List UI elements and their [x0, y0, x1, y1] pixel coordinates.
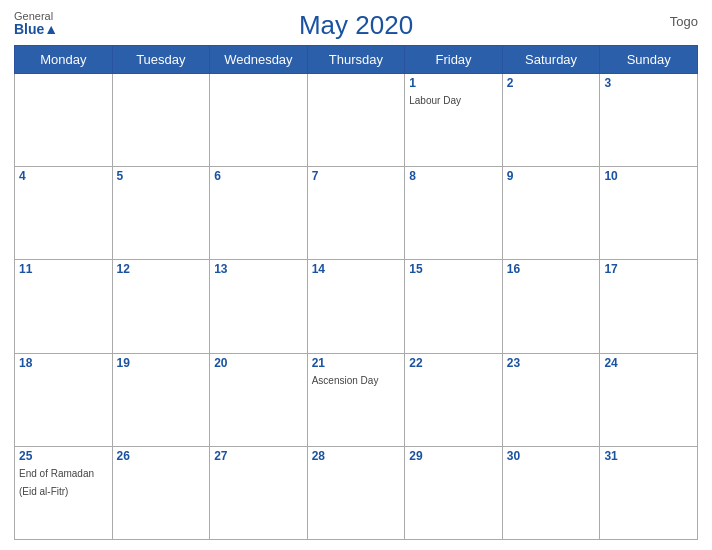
calendar-cell: 13: [210, 260, 308, 353]
calendar-cell: 21Ascension Day: [307, 353, 405, 446]
calendar-cell: 29: [405, 446, 503, 539]
calendar-cell: 19: [112, 353, 210, 446]
calendar-cell: 8: [405, 167, 503, 260]
calendar-cell: 24: [600, 353, 698, 446]
calendar-cell: [15, 74, 113, 167]
calendar-cell: 31: [600, 446, 698, 539]
day-number: 26: [117, 449, 206, 463]
calendar-cell: 30: [502, 446, 600, 539]
day-number: 20: [214, 356, 303, 370]
calendar-cell: [210, 74, 308, 167]
day-number: 19: [117, 356, 206, 370]
calendar-wrapper: General Blue▲ May 2020 Togo MondayTuesda…: [0, 0, 712, 550]
calendar-cell: 14: [307, 260, 405, 353]
calendar-cell: 10: [600, 167, 698, 260]
day-number: 17: [604, 262, 693, 276]
calendar-cell: 15: [405, 260, 503, 353]
day-number: 30: [507, 449, 596, 463]
day-number: 12: [117, 262, 206, 276]
day-event: Labour Day: [409, 95, 461, 106]
calendar-cell: [307, 74, 405, 167]
day-header-saturday: Saturday: [502, 46, 600, 74]
week-row-5: 25End of Ramadan (Eid al-Fitr)2627282930…: [15, 446, 698, 539]
calendar-cell: 20: [210, 353, 308, 446]
calendar-cell: 23: [502, 353, 600, 446]
day-number: 6: [214, 169, 303, 183]
day-event: End of Ramadan (Eid al-Fitr): [19, 468, 94, 497]
day-event: Ascension Day: [312, 375, 379, 386]
day-header-tuesday: Tuesday: [112, 46, 210, 74]
day-number: 10: [604, 169, 693, 183]
day-header-wednesday: Wednesday: [210, 46, 308, 74]
calendar-cell: 5: [112, 167, 210, 260]
day-number: 4: [19, 169, 108, 183]
calendar-cell: 18: [15, 353, 113, 446]
calendar-cell: 4: [15, 167, 113, 260]
day-number: 31: [604, 449, 693, 463]
logo-blue-text: Blue▲: [14, 22, 58, 37]
day-number: 8: [409, 169, 498, 183]
day-header-monday: Monday: [15, 46, 113, 74]
day-header-friday: Friday: [405, 46, 503, 74]
week-row-2: 45678910: [15, 167, 698, 260]
week-row-3: 11121314151617: [15, 260, 698, 353]
week-row-1: 1Labour Day23: [15, 74, 698, 167]
calendar-cell: 12: [112, 260, 210, 353]
day-number: 3: [604, 76, 693, 90]
day-number: 28: [312, 449, 401, 463]
calendar-cell: [112, 74, 210, 167]
calendar-cell: 3: [600, 74, 698, 167]
day-number: 5: [117, 169, 206, 183]
calendar-table: MondayTuesdayWednesdayThursdayFridaySatu…: [14, 45, 698, 540]
day-number: 29: [409, 449, 498, 463]
calendar-cell: 25End of Ramadan (Eid al-Fitr): [15, 446, 113, 539]
calendar-cell: 9: [502, 167, 600, 260]
calendar-cell: 11: [15, 260, 113, 353]
day-header-thursday: Thursday: [307, 46, 405, 74]
calendar-cell: 28: [307, 446, 405, 539]
day-number: 16: [507, 262, 596, 276]
day-number: 21: [312, 356, 401, 370]
calendar-cell: 2: [502, 74, 600, 167]
calendar-cell: 16: [502, 260, 600, 353]
calendar-header: General Blue▲ May 2020 Togo: [14, 10, 698, 41]
calendar-cell: 26: [112, 446, 210, 539]
day-number: 9: [507, 169, 596, 183]
day-headers-row: MondayTuesdayWednesdayThursdayFridaySatu…: [15, 46, 698, 74]
day-number: 7: [312, 169, 401, 183]
week-row-4: 18192021Ascension Day222324: [15, 353, 698, 446]
calendar-cell: 1Labour Day: [405, 74, 503, 167]
logo: General Blue▲: [14, 10, 58, 37]
day-number: 24: [604, 356, 693, 370]
day-number: 23: [507, 356, 596, 370]
day-number: 1: [409, 76, 498, 90]
day-number: 14: [312, 262, 401, 276]
day-number: 18: [19, 356, 108, 370]
day-number: 27: [214, 449, 303, 463]
day-number: 25: [19, 449, 108, 463]
calendar-cell: 7: [307, 167, 405, 260]
day-number: 11: [19, 262, 108, 276]
day-header-sunday: Sunday: [600, 46, 698, 74]
day-number: 22: [409, 356, 498, 370]
calendar-cell: 22: [405, 353, 503, 446]
day-number: 2: [507, 76, 596, 90]
day-number: 13: [214, 262, 303, 276]
day-number: 15: [409, 262, 498, 276]
calendar-cell: 6: [210, 167, 308, 260]
country-label: Togo: [670, 14, 698, 29]
calendar-cell: 27: [210, 446, 308, 539]
calendar-cell: 17: [600, 260, 698, 353]
calendar-title: May 2020: [299, 10, 413, 41]
